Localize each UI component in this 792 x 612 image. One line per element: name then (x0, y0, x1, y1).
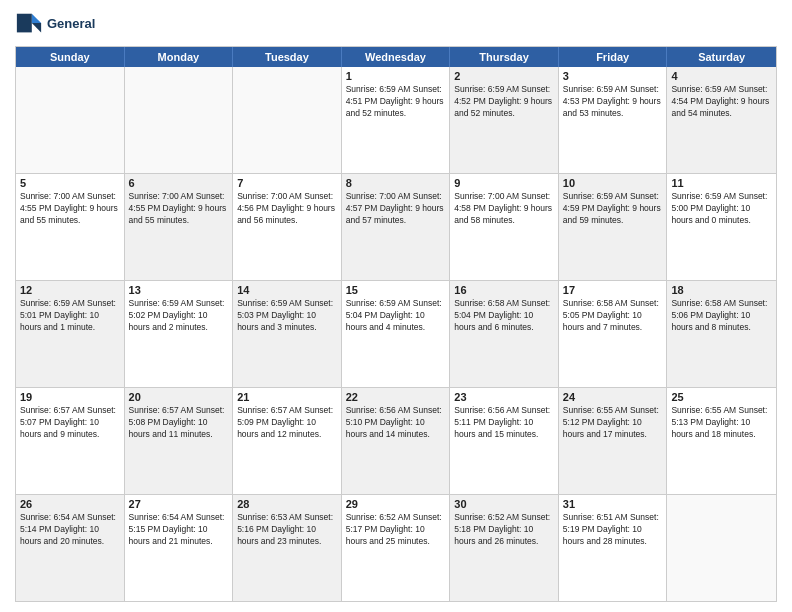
weekday-header-thursday: Thursday (450, 47, 559, 67)
day-number: 14 (237, 284, 337, 296)
day-info: Sunrise: 6:52 AM Sunset: 5:17 PM Dayligh… (346, 512, 446, 548)
calendar-cell-day-26: 26Sunrise: 6:54 AM Sunset: 5:14 PM Dayli… (16, 495, 125, 601)
day-number: 19 (20, 391, 120, 403)
calendar-cell-day-23: 23Sunrise: 6:56 AM Sunset: 5:11 PM Dayli… (450, 388, 559, 494)
day-number: 24 (563, 391, 663, 403)
calendar-cell-empty (233, 67, 342, 173)
day-number: 26 (20, 498, 120, 510)
day-number: 5 (20, 177, 120, 189)
calendar-cell-day-25: 25Sunrise: 6:55 AM Sunset: 5:13 PM Dayli… (667, 388, 776, 494)
day-info: Sunrise: 6:59 AM Sunset: 5:03 PM Dayligh… (237, 298, 337, 334)
logo-text: General (47, 16, 95, 32)
day-number: 31 (563, 498, 663, 510)
day-info: Sunrise: 6:54 AM Sunset: 5:15 PM Dayligh… (129, 512, 229, 548)
calendar-cell-day-18: 18Sunrise: 6:58 AM Sunset: 5:06 PM Dayli… (667, 281, 776, 387)
calendar-cell-day-3: 3Sunrise: 6:59 AM Sunset: 4:53 PM Daylig… (559, 67, 668, 173)
day-number: 11 (671, 177, 772, 189)
weekday-header-tuesday: Tuesday (233, 47, 342, 67)
day-info: Sunrise: 7:00 AM Sunset: 4:55 PM Dayligh… (20, 191, 120, 227)
calendar-cell-day-9: 9Sunrise: 7:00 AM Sunset: 4:58 PM Daylig… (450, 174, 559, 280)
svg-rect-2 (17, 14, 32, 33)
day-number: 10 (563, 177, 663, 189)
day-number: 13 (129, 284, 229, 296)
calendar-row-2: 12Sunrise: 6:59 AM Sunset: 5:01 PM Dayli… (16, 280, 776, 387)
svg-marker-0 (32, 14, 41, 23)
calendar-cell-empty (667, 495, 776, 601)
calendar-cell-day-6: 6Sunrise: 7:00 AM Sunset: 4:55 PM Daylig… (125, 174, 234, 280)
day-info: Sunrise: 6:51 AM Sunset: 5:19 PM Dayligh… (563, 512, 663, 548)
calendar-row-0: 1Sunrise: 6:59 AM Sunset: 4:51 PM Daylig… (16, 67, 776, 173)
day-info: Sunrise: 6:52 AM Sunset: 5:18 PM Dayligh… (454, 512, 554, 548)
day-number: 9 (454, 177, 554, 189)
calendar-cell-day-8: 8Sunrise: 7:00 AM Sunset: 4:57 PM Daylig… (342, 174, 451, 280)
calendar-cell-day-20: 20Sunrise: 6:57 AM Sunset: 5:08 PM Dayli… (125, 388, 234, 494)
day-info: Sunrise: 6:58 AM Sunset: 5:04 PM Dayligh… (454, 298, 554, 334)
calendar-row-3: 19Sunrise: 6:57 AM Sunset: 5:07 PM Dayli… (16, 387, 776, 494)
calendar-cell-day-10: 10Sunrise: 6:59 AM Sunset: 4:59 PM Dayli… (559, 174, 668, 280)
day-number: 2 (454, 70, 554, 82)
day-info: Sunrise: 6:57 AM Sunset: 5:07 PM Dayligh… (20, 405, 120, 441)
calendar-header: SundayMondayTuesdayWednesdayThursdayFrid… (16, 47, 776, 67)
calendar-cell-day-22: 22Sunrise: 6:56 AM Sunset: 5:10 PM Dayli… (342, 388, 451, 494)
day-number: 18 (671, 284, 772, 296)
day-info: Sunrise: 6:58 AM Sunset: 5:05 PM Dayligh… (563, 298, 663, 334)
calendar: SundayMondayTuesdayWednesdayThursdayFrid… (15, 46, 777, 602)
day-number: 3 (563, 70, 663, 82)
weekday-header-monday: Monday (125, 47, 234, 67)
day-info: Sunrise: 6:56 AM Sunset: 5:10 PM Dayligh… (346, 405, 446, 441)
calendar-cell-day-27: 27Sunrise: 6:54 AM Sunset: 5:15 PM Dayli… (125, 495, 234, 601)
logo-icon (15, 10, 43, 38)
day-number: 12 (20, 284, 120, 296)
day-info: Sunrise: 6:57 AM Sunset: 5:09 PM Dayligh… (237, 405, 337, 441)
calendar-cell-day-11: 11Sunrise: 6:59 AM Sunset: 5:00 PM Dayli… (667, 174, 776, 280)
calendar-body: 1Sunrise: 6:59 AM Sunset: 4:51 PM Daylig… (16, 67, 776, 601)
day-number: 7 (237, 177, 337, 189)
day-info: Sunrise: 6:53 AM Sunset: 5:16 PM Dayligh… (237, 512, 337, 548)
day-number: 6 (129, 177, 229, 189)
calendar-cell-day-12: 12Sunrise: 6:59 AM Sunset: 5:01 PM Dayli… (16, 281, 125, 387)
calendar-cell-day-17: 17Sunrise: 6:58 AM Sunset: 5:05 PM Dayli… (559, 281, 668, 387)
day-number: 4 (671, 70, 772, 82)
page: General SundayMondayTuesdayWednesdayThur… (0, 0, 792, 612)
day-info: Sunrise: 6:59 AM Sunset: 5:00 PM Dayligh… (671, 191, 772, 227)
calendar-cell-day-1: 1Sunrise: 6:59 AM Sunset: 4:51 PM Daylig… (342, 67, 451, 173)
day-info: Sunrise: 6:59 AM Sunset: 4:59 PM Dayligh… (563, 191, 663, 227)
day-info: Sunrise: 6:59 AM Sunset: 5:04 PM Dayligh… (346, 298, 446, 334)
day-number: 17 (563, 284, 663, 296)
day-number: 15 (346, 284, 446, 296)
day-info: Sunrise: 6:55 AM Sunset: 5:12 PM Dayligh… (563, 405, 663, 441)
day-number: 16 (454, 284, 554, 296)
calendar-cell-day-4: 4Sunrise: 6:59 AM Sunset: 4:54 PM Daylig… (667, 67, 776, 173)
day-info: Sunrise: 6:59 AM Sunset: 4:53 PM Dayligh… (563, 84, 663, 120)
svg-marker-1 (32, 23, 41, 32)
calendar-cell-day-31: 31Sunrise: 6:51 AM Sunset: 5:19 PM Dayli… (559, 495, 668, 601)
day-number: 8 (346, 177, 446, 189)
day-info: Sunrise: 6:59 AM Sunset: 4:54 PM Dayligh… (671, 84, 772, 120)
day-number: 27 (129, 498, 229, 510)
header: General (15, 10, 777, 38)
day-number: 30 (454, 498, 554, 510)
calendar-cell-day-21: 21Sunrise: 6:57 AM Sunset: 5:09 PM Dayli… (233, 388, 342, 494)
day-number: 20 (129, 391, 229, 403)
day-info: Sunrise: 6:58 AM Sunset: 5:06 PM Dayligh… (671, 298, 772, 334)
calendar-row-1: 5Sunrise: 7:00 AM Sunset: 4:55 PM Daylig… (16, 173, 776, 280)
day-info: Sunrise: 6:54 AM Sunset: 5:14 PM Dayligh… (20, 512, 120, 548)
day-info: Sunrise: 7:00 AM Sunset: 4:58 PM Dayligh… (454, 191, 554, 227)
calendar-cell-day-5: 5Sunrise: 7:00 AM Sunset: 4:55 PM Daylig… (16, 174, 125, 280)
day-number: 1 (346, 70, 446, 82)
day-info: Sunrise: 6:59 AM Sunset: 5:02 PM Dayligh… (129, 298, 229, 334)
calendar-cell-day-2: 2Sunrise: 6:59 AM Sunset: 4:52 PM Daylig… (450, 67, 559, 173)
weekday-header-saturday: Saturday (667, 47, 776, 67)
calendar-cell-day-30: 30Sunrise: 6:52 AM Sunset: 5:18 PM Dayli… (450, 495, 559, 601)
calendar-cell-day-13: 13Sunrise: 6:59 AM Sunset: 5:02 PM Dayli… (125, 281, 234, 387)
calendar-cell-empty (16, 67, 125, 173)
day-info: Sunrise: 6:56 AM Sunset: 5:11 PM Dayligh… (454, 405, 554, 441)
weekday-header-wednesday: Wednesday (342, 47, 451, 67)
calendar-cell-day-15: 15Sunrise: 6:59 AM Sunset: 5:04 PM Dayli… (342, 281, 451, 387)
calendar-cell-day-7: 7Sunrise: 7:00 AM Sunset: 4:56 PM Daylig… (233, 174, 342, 280)
day-info: Sunrise: 7:00 AM Sunset: 4:56 PM Dayligh… (237, 191, 337, 227)
day-number: 21 (237, 391, 337, 403)
calendar-cell-day-29: 29Sunrise: 6:52 AM Sunset: 5:17 PM Dayli… (342, 495, 451, 601)
calendar-cell-empty (125, 67, 234, 173)
day-number: 28 (237, 498, 337, 510)
